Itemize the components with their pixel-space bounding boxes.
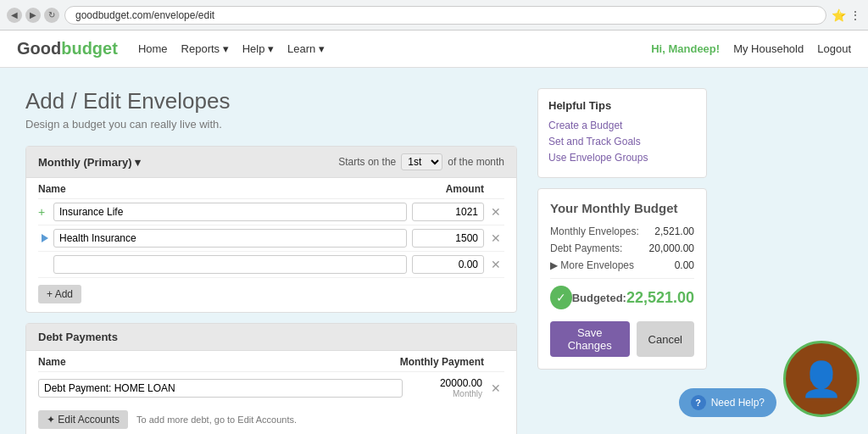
list-item: Use Envelope Groups	[548, 151, 696, 164]
of-month-label: of the month	[448, 156, 504, 168]
nav-right: Hi, Mandeep! My Household Logout	[651, 42, 851, 55]
envelope-name-input-1[interactable]	[53, 229, 407, 248]
debt-col-payment-header: Monthly Payment	[369, 356, 504, 368]
debt-actions: ✦ Edit Accounts To add more debt, go to …	[38, 403, 504, 434]
budgeted-check-icon: ✓	[550, 286, 572, 309]
need-help-icon: ?	[691, 395, 706, 410]
helpful-tips-title: Helpful Tips	[548, 99, 696, 112]
add-debt-hint: To add more debt, go to Edit Accounts.	[136, 415, 297, 425]
debt-section-header: Debt Payments	[26, 324, 516, 351]
nav-learn[interactable]: Learn ▾	[287, 42, 325, 55]
budget-row-value-2: 0.00	[675, 259, 694, 271]
debt-row: 20000.00 Monthly ✕	[38, 372, 504, 403]
envelope-delete-2[interactable]: ✕	[487, 258, 504, 271]
debt-delete-0[interactable]: ✕	[487, 381, 504, 395]
debt-amount-value: 20000.00	[403, 377, 482, 389]
budget-summary-row-1: Debt Payments: 20,000.00	[550, 242, 694, 254]
right-panel: Helpful Tips Create a Budget Set and Tra…	[537, 88, 707, 434]
envelope-amount-input-1[interactable]	[412, 229, 484, 248]
envelope-name-input-0[interactable]	[53, 203, 407, 221]
nav-home[interactable]: Home	[138, 42, 168, 55]
envelope-name-input-2[interactable]	[53, 255, 407, 274]
debt-amount-cell-0: 20000.00 Monthly	[403, 377, 487, 398]
reload-button[interactable]: ↻	[44, 8, 59, 23]
need-help-widget[interactable]: ? Need Help?	[679, 388, 776, 417]
logout-link[interactable]: Logout	[817, 42, 851, 55]
envelope-delete-0[interactable]: ✕	[487, 205, 504, 219]
budget-row-label-1: Debt Payments:	[550, 242, 622, 254]
envelope-row: ✕	[38, 252, 504, 278]
starts-label: Starts on the	[338, 156, 396, 168]
tip-link-0[interactable]: Create a Budget	[548, 120, 622, 131]
monthly-section-header: Monthly (Primary) ▾ Starts on the 1st 2n…	[26, 147, 516, 178]
budget-actions: Save Changes Cancel	[550, 321, 694, 357]
address-bar[interactable]: goodbudget.com/envelope/edit	[64, 6, 826, 25]
envelope-expand-icon-1[interactable]	[38, 232, 53, 244]
debt-table-header: Name Monthly Payment	[38, 351, 504, 372]
nav-help[interactable]: Help ▾	[242, 42, 274, 55]
debt-section-body: Name Monthly Payment 20000.00 Monthly ✕ …	[26, 351, 516, 434]
edit-accounts-button[interactable]: ✦ Edit Accounts	[38, 410, 128, 429]
envelope-table-header: Name Amount	[38, 178, 504, 199]
nav-links: Home Reports ▾ Help ▾ Learn ▾	[138, 42, 631, 55]
budget-summary-row-0: Monthly Envelopes: 2,521.00	[550, 225, 694, 237]
page-title: Add / Edit Envelopes	[25, 88, 517, 114]
budget-divider	[550, 278, 694, 279]
budgeted-row: ✓ Budgeted: 22,521.00	[550, 286, 694, 309]
col-amount-header: Amount	[411, 183, 504, 195]
cancel-button[interactable]: Cancel	[637, 321, 694, 357]
envelope-row: + ✕	[38, 199, 504, 225]
debt-section-title: Debt Payments	[38, 331, 118, 343]
monthly-section-starts: Starts on the 1st 2nd 3rd of the month	[338, 153, 504, 170]
brand-logo[interactable]: Goodbudget	[17, 39, 118, 58]
left-panel: Add / Edit Envelopes Design a budget you…	[25, 88, 517, 434]
monthly-primary-section: Monthly (Primary) ▾ Starts on the 1st 2n…	[25, 146, 517, 313]
budget-row-value-0: 2,521.00	[654, 225, 694, 237]
tip-link-2[interactable]: Use Envelope Groups	[548, 152, 648, 164]
need-help-label: Need Help?	[711, 397, 765, 409]
nav-reports[interactable]: Reports ▾	[181, 42, 229, 55]
svg-marker-0	[42, 234, 48, 242]
budgeted-label: Budgeted:	[572, 292, 626, 304]
add-envelope-button[interactable]: + Add	[38, 285, 81, 303]
envelope-amount-input-0[interactable]	[412, 203, 484, 221]
back-button[interactable]: ◀	[7, 8, 22, 23]
list-item: Set and Track Goals	[548, 135, 696, 147]
monthly-section-title[interactable]: Monthly (Primary) ▾	[38, 156, 141, 169]
envelope-row: ✕	[38, 225, 504, 252]
avatar-image: 👤	[800, 359, 843, 399]
starts-select[interactable]: 1st 2nd 3rd	[401, 153, 442, 170]
browser-bar: ◀ ▶ ↻ goodbudget.com/envelope/edit ⭐ ⋮	[0, 0, 868, 31]
col-name-header: Name	[38, 183, 411, 195]
envelope-delete-1[interactable]: ✕	[487, 231, 504, 245]
budget-summary-row-2: ▶ More Envelopes 0.00	[550, 259, 694, 271]
tip-link-1[interactable]: Set and Track Goals	[548, 136, 641, 147]
debt-col-name-header: Name	[38, 356, 369, 368]
budget-summary-title: Your Monthly Budget	[550, 201, 694, 215]
debt-payments-section: Debt Payments Name Monthly Payment 20000…	[25, 323, 517, 434]
budget-row-label-0: Monthly Envelopes:	[550, 225, 639, 237]
browser-controls: ◀ ▶ ↻	[7, 8, 59, 23]
greeting: Hi, Mandeep!	[651, 42, 720, 55]
debt-name-input-0[interactable]	[38, 379, 403, 398]
my-household-link[interactable]: My Household	[733, 42, 804, 55]
tips-list: Create a Budget Set and Track Goals Use …	[548, 119, 696, 164]
envelope-expand-icon-0[interactable]: +	[38, 205, 53, 219]
debt-frequency: Monthly	[403, 389, 482, 398]
budget-row-value-1: 20,000.00	[649, 242, 694, 254]
budget-summary-card: Your Monthly Budget Monthly Envelopes: 2…	[537, 188, 707, 370]
monthly-section-body: Name Amount + ✕ ✕	[26, 178, 516, 312]
helpful-tips-card: Helpful Tips Create a Budget Set and Tra…	[537, 88, 707, 178]
envelope-amount-input-2[interactable]	[412, 255, 484, 274]
budgeted-value: 22,521.00	[626, 289, 694, 307]
list-item: Create a Budget	[548, 119, 696, 131]
forward-button[interactable]: ▶	[25, 8, 41, 23]
main-content: Add / Edit Envelopes Design a budget you…	[0, 68, 868, 434]
page-subtitle: Design a budget you can really live with…	[25, 118, 517, 131]
navbar: Goodbudget Home Reports ▾ Help ▾ Learn ▾…	[0, 31, 868, 68]
browser-icons: ⭐ ⋮	[832, 8, 861, 22]
save-changes-button[interactable]: Save Changes	[550, 321, 630, 357]
budget-row-label-2: ▶ More Envelopes	[550, 259, 634, 271]
avatar: 👤	[783, 341, 860, 417]
